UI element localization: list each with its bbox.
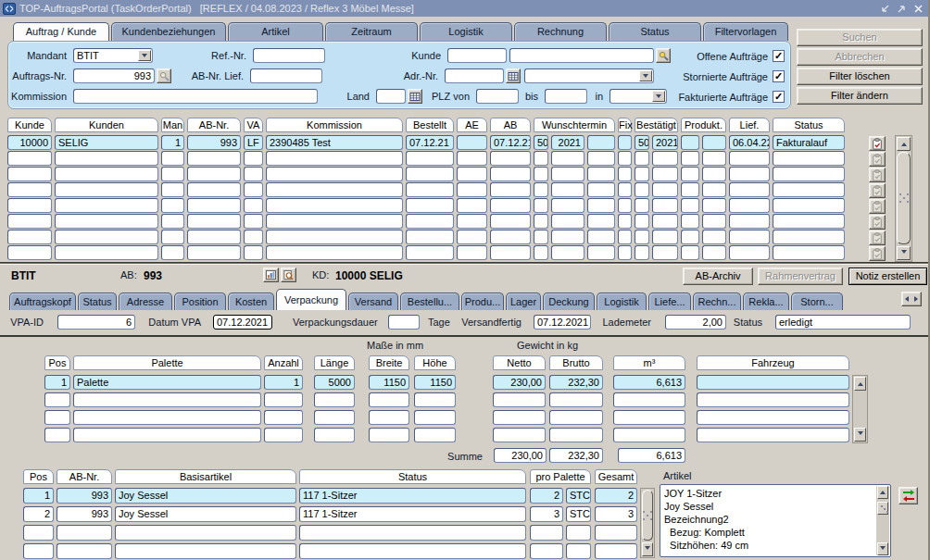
land-grid-icon[interactable] xyxy=(408,89,422,104)
orders-cell-wunschtermin-3[interactable] xyxy=(587,167,615,181)
orders-cell-kommission[interactable] xyxy=(266,198,403,213)
detail-tab-liefe[interactable]: Liefe... xyxy=(648,292,691,310)
orders-cell-lief[interactable] xyxy=(729,182,770,197)
notiz-erstellen-button[interactable]: Notiz erstellen xyxy=(848,268,927,285)
palette-cell-m3[interactable] xyxy=(613,392,685,407)
orders-scrollbar[interactable] xyxy=(895,135,912,262)
orders-cell-ab[interactable] xyxy=(490,214,531,229)
positions-cell-pro-palette-einheit[interactable]: STCK xyxy=(566,506,591,522)
scroll-down-icon[interactable] xyxy=(877,542,888,555)
positions-cell-gesamt[interactable]: 3 xyxy=(595,506,637,522)
note-clipboard-icon[interactable] xyxy=(869,152,886,167)
orders-cell-ae[interactable] xyxy=(457,198,487,213)
orders-cell-bestellt[interactable] xyxy=(406,167,454,181)
palette-cell-laenge[interactable] xyxy=(314,410,355,425)
orders-cell-produkt-1[interactable] xyxy=(681,182,699,197)
orders-cell-bestaetigt-kw[interactable] xyxy=(635,245,649,260)
palette-cell-pos[interactable] xyxy=(44,428,70,442)
orders-cell-kunden[interactable] xyxy=(55,182,158,197)
auftrags-nr-lov-flashlight-icon[interactable] xyxy=(157,68,171,83)
scroll-down-icon[interactable] xyxy=(642,542,653,556)
orders-cell-produkt-1[interactable] xyxy=(681,135,699,150)
positions-cell-pro-palette-menge[interactable] xyxy=(530,543,563,559)
detail-tab-auftragskopf[interactable]: Auftragskopf xyxy=(9,292,76,310)
orders-cell-fix[interactable] xyxy=(618,230,632,244)
scrollbar-thumb[interactable] xyxy=(642,490,653,541)
positions-cell-basisartikel[interactable]: Joy Sessel xyxy=(115,488,296,504)
palette-cell-laenge[interactable] xyxy=(314,392,355,407)
orders-cell-man[interactable] xyxy=(161,182,184,197)
orders-cell-produkt-1[interactable] xyxy=(681,151,699,166)
orders-cell-kunde[interactable] xyxy=(7,198,52,213)
orders-cell-ae[interactable] xyxy=(457,214,487,229)
abbrechen-button[interactable]: Abbrechen xyxy=(797,48,923,66)
orders-cell-wunschtermin-3[interactable] xyxy=(587,151,615,166)
orders-cell-wunschtermin-jahr[interactable] xyxy=(551,245,584,260)
orders-cell-produkt-2[interactable] xyxy=(702,214,726,229)
lademeter-field[interactable]: 2,00 xyxy=(665,315,726,330)
positions-cell-status[interactable] xyxy=(299,525,526,541)
scroll-down-icon[interactable] xyxy=(897,246,911,260)
orders-cell-kommission[interactable]: 2390485 Test xyxy=(266,135,403,150)
detail-tab-bestellu[interactable]: Bestellu... xyxy=(400,292,459,310)
filter-löschen-button[interactable]: Filter löschen xyxy=(797,68,923,85)
ab-nr-lief-input[interactable] xyxy=(250,68,322,83)
palette-cell-netto[interactable] xyxy=(493,392,546,407)
orders-cell-wunschtermin-jahr[interactable]: 2021 xyxy=(551,135,584,150)
restore-icon[interactable] xyxy=(895,3,909,15)
palette-cell-anzahl[interactable] xyxy=(264,410,303,425)
orders-cell-man[interactable] xyxy=(161,245,184,260)
orders-cell-wunschtermin-kw[interactable] xyxy=(534,167,548,181)
scrollbar-thumb[interactable] xyxy=(897,152,911,244)
artikel-scrollbar[interactable] xyxy=(876,486,889,555)
orders-cell-fix[interactable] xyxy=(618,245,632,260)
orders-cell-fix[interactable] xyxy=(618,135,632,150)
land-input[interactable] xyxy=(376,89,406,104)
positions-cell-pro-palette-einheit[interactable] xyxy=(566,525,591,541)
orders-cell-kommission[interactable] xyxy=(266,230,403,244)
tab-rechnung[interactable]: Rechnung xyxy=(514,22,607,41)
orders-cell-wunschtermin-jahr[interactable] xyxy=(551,230,584,244)
tab-logistik[interactable]: Logistik xyxy=(420,22,512,41)
palette-scrollbar[interactable] xyxy=(852,375,868,443)
palette-cell-m3[interactable] xyxy=(613,428,685,442)
orders-cell-bestaetigt-jahr[interactable]: 2021 xyxy=(652,135,678,150)
orders-cell-bestaetigt-jahr[interactable] xyxy=(652,198,678,213)
note-clipboard-icon[interactable] xyxy=(869,199,886,214)
detail-tab-logistik[interactable]: Logistik xyxy=(597,292,647,310)
palette-cell-hoehe[interactable] xyxy=(414,410,456,425)
orders-cell-lief[interactable] xyxy=(729,198,770,213)
positions-cell-ab-nr[interactable] xyxy=(57,543,112,559)
orders-cell-kunde[interactable] xyxy=(7,245,52,260)
suchen-button[interactable]: Suchen xyxy=(797,29,923,46)
palette-cell-m3[interactable]: 6,613 xyxy=(613,375,685,390)
palette-cell-brutto[interactable] xyxy=(549,392,603,407)
chart-icon[interactable] xyxy=(263,268,279,282)
orders-cell-produkt-2[interactable] xyxy=(702,230,726,244)
positions-cell-pro-palette-menge[interactable]: 3 xyxy=(530,506,563,522)
orders-cell-fix[interactable] xyxy=(618,198,632,213)
positions-cell-status[interactable]: 117 1-Sitzer xyxy=(299,488,526,504)
note-clipboard-icon[interactable] xyxy=(869,136,886,151)
palette-cell-brutto[interactable] xyxy=(549,410,603,425)
orders-cell-status[interactable] xyxy=(773,151,845,166)
detail-tab-position[interactable]: Position xyxy=(174,292,226,310)
orders-cell-kunde[interactable] xyxy=(7,230,52,244)
orders-cell-va[interactable] xyxy=(244,151,263,166)
tab-filtervorlagen[interactable]: Filtervorlagen xyxy=(703,22,788,41)
positions-cell-gesamt[interactable] xyxy=(595,525,637,541)
orders-cell-status[interactable] xyxy=(773,214,845,229)
scroll-up-icon[interactable] xyxy=(877,486,888,499)
orders-cell-va[interactable] xyxy=(244,198,263,213)
orders-cell-kunde[interactable] xyxy=(7,214,52,229)
orders-cell-lief[interactable] xyxy=(729,167,770,181)
palette-cell-pos[interactable] xyxy=(44,392,70,407)
orders-cell-ab-nr[interactable] xyxy=(187,182,241,197)
positions-cell-pro-palette-einheit[interactable] xyxy=(566,543,591,559)
orders-cell-man[interactable] xyxy=(161,167,184,181)
orders-cell-produkt-1[interactable] xyxy=(681,167,699,181)
positions-cell-basisartikel[interactable] xyxy=(115,525,296,541)
orders-cell-produkt-2[interactable] xyxy=(702,167,726,181)
orders-cell-bestaetigt-jahr[interactable] xyxy=(652,230,678,244)
orders-cell-bestaetigt-kw[interactable] xyxy=(635,182,649,197)
